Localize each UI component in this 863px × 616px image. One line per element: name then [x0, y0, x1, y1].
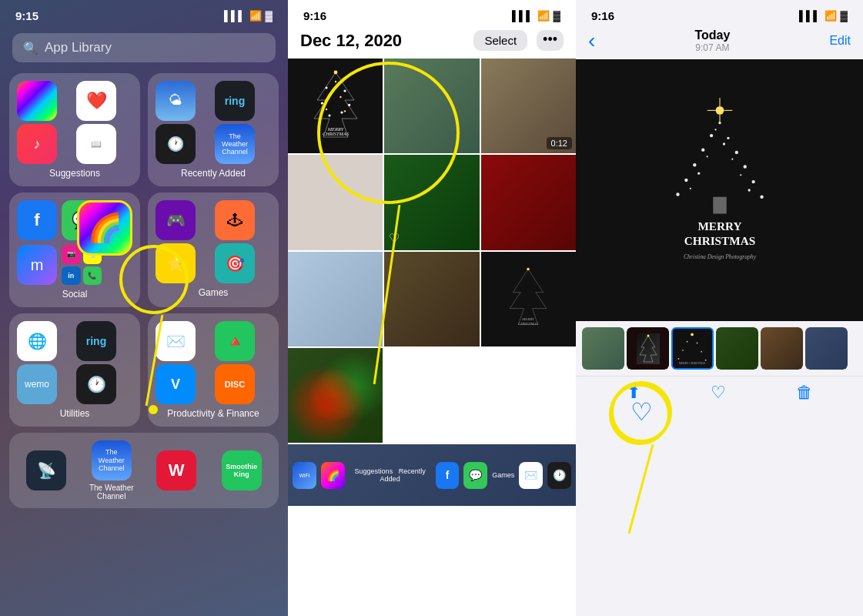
app-icon-clock-util[interactable]: 🕐 — [76, 364, 116, 404]
folder-productivity-grid: ✉️ 🔺 V DISC — [156, 321, 271, 404]
photo-cell-appscreen[interactable]: WiFi 🌈 Suggestions Recently Added f 💬 Ga… — [288, 444, 576, 616]
app-walgreens[interactable]: W — [147, 450, 206, 490]
app-icon-ring[interactable]: ring — [215, 81, 255, 121]
svg-point-53 — [697, 343, 698, 344]
time-2: 9:16 — [303, 9, 326, 22]
folder-productivity[interactable]: ✉️ 🔺 V DISC Productivity & Finance — [148, 313, 279, 427]
app-icon-ring-util[interactable]: ring — [76, 321, 116, 361]
app-airwave[interactable]: 📡 — [17, 450, 76, 490]
app-icon-game2[interactable]: 🕹 — [215, 200, 255, 240]
folder-utilities[interactable]: 🌐 ring wemo 🕐 Utilities — [9, 313, 140, 427]
heart-circle-p3: ♡ — [610, 381, 672, 443]
photo-cell-ornaments[interactable] — [288, 348, 383, 443]
svg-point-51 — [691, 333, 694, 336]
photo-cell-small1[interactable] — [384, 252, 479, 346]
svg-point-35 — [760, 196, 763, 199]
svg-point-26 — [709, 134, 712, 137]
svg-text:MERRY: MERRY — [521, 317, 535, 321]
app-library-search[interactable]: 🔍 App Library — [12, 33, 276, 62]
svg-text:MERRY: MERRY — [697, 219, 741, 233]
strip-thumb-5[interactable] — [761, 327, 803, 370]
strip-thumb-1[interactable] — [582, 327, 624, 370]
app-icon-mountain[interactable]: 🔺 — [215, 321, 255, 361]
photo-cell-red-tree[interactable] — [481, 155, 576, 249]
main-photo-content: MERRY CHRISTMAS Christina Design Photogr… — [576, 59, 863, 321]
svg-point-27 — [727, 137, 729, 139]
walgreens-icon: W — [156, 450, 196, 490]
app-icon-clock[interactable]: 🕐 — [156, 124, 196, 164]
strip-thumb-6[interactable] — [805, 327, 848, 370]
favorite-button[interactable]: ♡ — [711, 383, 726, 403]
photo-cell-video[interactable]: 0:12 — [481, 59, 576, 153]
svg-point-33 — [751, 180, 754, 183]
photo-cell-pine[interactable]: ♡ — [384, 155, 479, 249]
app-weather-channel-bottom[interactable]: The Weather Channel The Weather Channel — [82, 440, 142, 500]
heart-line — [628, 444, 654, 534]
strip-thumb-4[interactable] — [716, 327, 758, 370]
photo-appscreen: WiFi 🌈 Suggestions Recently Added f 💬 Ga… — [288, 444, 576, 506]
delete-button[interactable]: 🗑 — [796, 383, 813, 403]
svg-point-41 — [740, 174, 741, 176]
svg-point-30 — [693, 163, 696, 166]
strip-thumb-2[interactable] — [627, 327, 669, 370]
svg-point-38 — [706, 156, 707, 157]
folder-social[interactable]: f 💬 m 📷 👻 in 📞 🌈 Social — [9, 192, 140, 307]
strip-thumb-3[interactable]: MERRY CHRISTMAS — [671, 327, 714, 370]
select-button[interactable]: Select — [473, 30, 527, 51]
app-icon-photos[interactable] — [17, 81, 57, 121]
app-icon-game3[interactable]: ⭐ — [156, 243, 196, 283]
panel-app-library: 9:15 ▌▌▌ 📶 ▓ 🔍 App Library ❤️ ♪ 📖 Sugges… — [0, 0, 288, 616]
svg-point-56 — [677, 358, 679, 360]
edit-button[interactable]: Edit — [829, 34, 851, 48]
app-icon-weather-top[interactable]: 🌤 — [156, 81, 196, 121]
wifi-icon-2: 📶 — [537, 10, 550, 22]
photos-grid: MERRY CHRISTMAS 0:12 ♡ — [288, 59, 576, 616]
app-icon-game4[interactable]: 🎯 — [215, 243, 255, 283]
app-smoothie[interactable]: Smoothie King — [212, 450, 272, 490]
app-icon-music[interactable]: ♪ — [17, 124, 57, 164]
svg-point-6 — [328, 114, 330, 116]
folder-recently-added-label: Recently Added — [156, 168, 271, 179]
svg-point-37 — [722, 142, 724, 145]
app-icon-wemo[interactable]: wemo — [17, 364, 57, 404]
photo-cell-xmas-large[interactable]: MERRY CHRISTMAS — [288, 59, 383, 153]
app-icon-weatherchannel-small[interactable]: The Weather Channel — [215, 124, 255, 164]
svg-point-5 — [348, 103, 350, 105]
app-icon-facebook[interactable]: f — [17, 200, 57, 240]
search-icon: 🔍 — [23, 41, 38, 55]
section-row-1: ❤️ ♪ 📖 Suggestions 🌤 ring 🕐 The Weather … — [9, 73, 279, 186]
wifi-icon: 📶 — [249, 10, 262, 22]
detail-subtitle: 9:07 AM — [694, 42, 730, 53]
folder-suggestions[interactable]: ❤️ ♪ 📖 Suggestions — [9, 73, 140, 186]
smoothie-icon: Smoothie King — [222, 450, 262, 490]
app-icon-chrome[interactable]: 🌐 — [17, 321, 57, 361]
svg-point-55 — [701, 351, 702, 353]
photo-cell-snowflakes[interactable] — [288, 252, 383, 346]
photo-strip: MERRY CHRISTMAS — [576, 321, 863, 376]
photos-large-icon-highlighted[interactable]: 🌈 — [77, 200, 132, 256]
back-button[interactable]: ‹ — [588, 28, 595, 53]
more-button[interactable]: ••• — [537, 30, 564, 51]
folder-utilities-grid: 🌐 ring wemo 🕐 — [17, 321, 132, 404]
svg-point-12 — [343, 110, 345, 112]
svg-point-31 — [743, 165, 746, 168]
app-icon-messenger-social[interactable]: m — [17, 245, 57, 285]
svg-point-32 — [684, 179, 687, 182]
folder-productivity-label: Productivity & Finance — [156, 408, 271, 419]
app-icon-discover[interactable]: DISC — [215, 364, 255, 404]
app-icon-health[interactable]: ❤️ — [76, 81, 116, 121]
time-3: 9:16 — [591, 9, 614, 22]
folder-games[interactable]: 🎮 🕹 ⭐ 🎯 Games — [148, 192, 279, 307]
app-icon-game1[interactable]: 🎮 — [156, 200, 196, 240]
app-icon-gmail[interactable]: ✉️ — [156, 321, 196, 361]
photo-cell-xmas2[interactable]: MERRY CHRISTMAS — [481, 252, 576, 346]
folder-recently-added[interactable]: 🌤 ring 🕐 The Weather Channel Recently Ad… — [148, 73, 279, 186]
main-photo-view[interactable]: MERRY CHRISTMAS Christina Design Photogr… — [576, 59, 863, 321]
app-icon-venmo[interactable]: V — [156, 364, 196, 404]
photo-cell-shoes[interactable] — [288, 155, 383, 249]
detail-header: ‹ Today 9:07 AM Edit — [576, 25, 863, 59]
svg-point-36 — [714, 129, 716, 130]
photo-cell-family[interactable] — [384, 59, 479, 153]
weather-channel-label: The Weather Channel — [85, 484, 139, 500]
app-icon-kindle[interactable]: 📖 — [76, 124, 116, 164]
